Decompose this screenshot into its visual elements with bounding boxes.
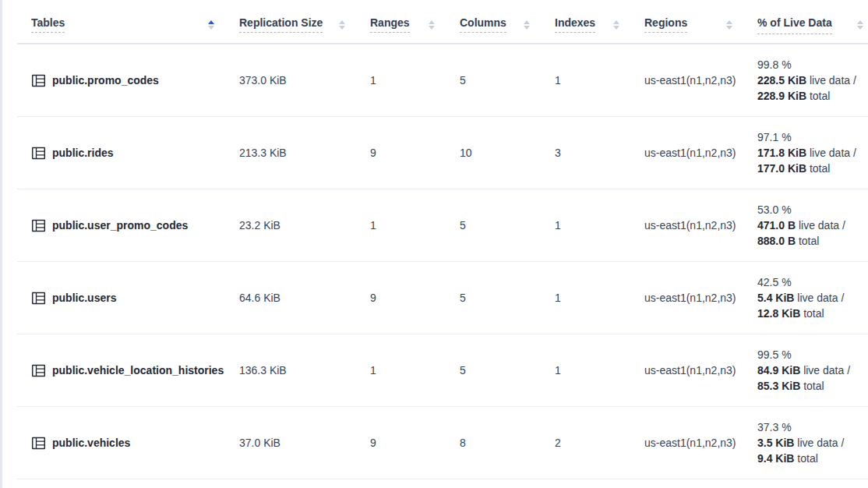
table-icon <box>31 436 46 451</box>
columns-cell: 10 <box>450 147 545 159</box>
columns-cell: 5 <box>450 364 545 377</box>
total-size-suffix: total <box>810 162 830 175</box>
sort-carets-icon[interactable] <box>339 20 345 30</box>
live-percent: 53.0 % <box>757 202 868 217</box>
column-header-label: Ranges <box>370 16 410 33</box>
live-size-line: 471.0 B live data / <box>757 217 868 233</box>
table-name-link[interactable]: public.rides <box>52 147 114 159</box>
table-name-cell[interactable]: public.users <box>17 291 230 306</box>
sort-carets-icon[interactable] <box>613 20 619 30</box>
indexes-cell: 2 <box>545 437 635 449</box>
ranges-cell: 1 <box>361 74 450 87</box>
ranges-cell: 9 <box>361 437 450 449</box>
live-size-line: 5.4 KiB live data / <box>757 290 868 306</box>
live-size-suffix: live data / <box>797 292 844 304</box>
regions-cell: us-east1(n1,n2,n3) <box>635 219 748 232</box>
total-size-value: 12.8 KiB <box>757 307 800 320</box>
table-header-row: Tables Replication Size Ranges Columns I… <box>17 0 868 44</box>
live-size-line: 228.5 KiB live data / <box>757 72 868 88</box>
live-data-cell: 97.1 % 171.8 KiB live data / 177.0 KiB t… <box>748 129 868 176</box>
sort-carets-icon[interactable] <box>524 20 530 30</box>
table-name-link[interactable]: public.vehicle_location_histories <box>52 364 224 377</box>
live-size-suffix: live data / <box>799 219 845 232</box>
column-header-live-data[interactable]: % of Live Data <box>748 15 868 34</box>
column-header-label: % of Live Data <box>757 15 832 34</box>
column-header-replication-size[interactable]: Replication Size <box>230 16 361 33</box>
ranges-cell: 1 <box>361 219 450 232</box>
sort-carets-icon[interactable] <box>208 20 214 30</box>
column-header-ranges[interactable]: Ranges <box>361 16 450 33</box>
total-size-line: 228.9 KiB total <box>757 88 868 104</box>
columns-cell: 8 <box>450 437 545 449</box>
table-icon <box>31 363 46 378</box>
table-name-link[interactable]: public.vehicles <box>52 437 130 449</box>
table-name-cell[interactable]: public.vehicle_location_histories <box>17 363 230 378</box>
total-size-suffix: total <box>797 452 817 465</box>
table-name-cell[interactable]: public.vehicles <box>17 436 230 451</box>
table-name-cell[interactable]: public.user_promo_codes <box>17 218 230 233</box>
live-data-cell: 99.5 % 84.9 KiB live data / 85.3 KiB tot… <box>748 347 868 394</box>
total-size-suffix: total <box>810 90 830 102</box>
column-header-label: Columns <box>460 16 506 33</box>
replication-size-cell: 136.3 KiB <box>230 364 361 377</box>
columns-cell: 5 <box>450 74 545 87</box>
table-icon <box>31 146 46 161</box>
column-header-tables[interactable]: Tables <box>17 16 230 33</box>
indexes-cell: 3 <box>545 147 635 159</box>
column-header-indexes[interactable]: Indexes <box>545 16 635 33</box>
sort-carets-icon[interactable] <box>429 20 435 30</box>
table-row[interactable]: public.rides 213.3 KiB 9 10 3 us-east1(n… <box>17 117 868 189</box>
table-row[interactable]: public.users 64.6 KiB 9 5 1 us-east1(n1,… <box>17 262 868 334</box>
column-header-label: Tables <box>31 16 65 33</box>
live-size-line: 84.9 KiB live data / <box>757 362 868 378</box>
table-row[interactable]: public.vehicles 37.0 KiB 9 8 2 us-east1(… <box>17 407 868 479</box>
live-size-value: 471.0 B <box>757 219 796 232</box>
table-name-cell[interactable]: public.rides <box>17 146 230 161</box>
column-header-columns[interactable]: Columns <box>450 16 545 33</box>
ranges-cell: 9 <box>361 292 450 304</box>
total-size-line: 9.4 KiB total <box>757 451 868 466</box>
replication-size-cell: 64.6 KiB <box>230 292 361 304</box>
replication-size-cell: 23.2 KiB <box>230 219 361 232</box>
live-data-cell: 37.3 % 3.5 KiB live data / 9.4 KiB total <box>748 419 868 466</box>
column-header-regions[interactable]: Regions <box>635 16 748 33</box>
total-size-value: 888.0 B <box>757 235 796 247</box>
table-name-link[interactable]: public.users <box>52 292 116 304</box>
live-size-suffix: live data / <box>803 364 850 377</box>
live-size-value: 228.5 KiB <box>757 74 806 87</box>
regions-cell: us-east1(n1,n2,n3) <box>635 74 748 87</box>
live-size-value: 171.8 KiB <box>757 147 806 159</box>
table-row[interactable]: public.user_promo_codes 23.2 KiB 1 5 1 u… <box>17 189 868 262</box>
total-size-value: 9.4 KiB <box>757 452 794 465</box>
total-size-line: 177.0 KiB total <box>757 161 868 176</box>
table-icon <box>31 218 46 233</box>
live-size-line: 3.5 KiB live data / <box>757 435 868 451</box>
tables-table: Tables Replication Size Ranges Columns I… <box>17 0 868 479</box>
regions-cell: us-east1(n1,n2,n3) <box>635 147 748 159</box>
column-header-label: Indexes <box>555 16 595 33</box>
table-name-link[interactable]: public.promo_codes <box>52 74 159 87</box>
live-size-suffix: live data / <box>810 74 856 87</box>
total-size-value: 177.0 KiB <box>757 162 806 175</box>
total-size-suffix: total <box>803 380 824 392</box>
total-size-suffix: total <box>803 307 824 320</box>
live-data-cell: 42.5 % 5.4 KiB live data / 12.8 KiB tota… <box>748 274 868 321</box>
table-name-link[interactable]: public.user_promo_codes <box>52 219 188 232</box>
sort-carets-icon[interactable] <box>726 20 732 30</box>
table-icon <box>31 73 46 88</box>
column-header-label: Regions <box>644 16 687 33</box>
ranges-cell: 1 <box>361 364 450 377</box>
live-percent: 99.8 % <box>757 57 868 72</box>
live-percent: 37.3 % <box>757 419 868 435</box>
sort-carets-icon[interactable] <box>857 20 863 30</box>
live-percent: 97.1 % <box>757 129 868 145</box>
table-name-cell[interactable]: public.promo_codes <box>17 73 230 88</box>
regions-cell: us-east1(n1,n2,n3) <box>635 437 748 449</box>
indexes-cell: 1 <box>545 292 635 304</box>
table-row[interactable]: public.promo_codes 373.0 KiB 1 5 1 us-ea… <box>17 44 868 117</box>
total-size-value: 228.9 KiB <box>757 90 806 102</box>
table-row[interactable]: public.vehicle_location_histories 136.3 … <box>17 334 868 407</box>
live-size-suffix: live data / <box>797 437 844 449</box>
regions-cell: us-east1(n1,n2,n3) <box>635 292 748 304</box>
live-size-value: 5.4 KiB <box>757 292 794 304</box>
